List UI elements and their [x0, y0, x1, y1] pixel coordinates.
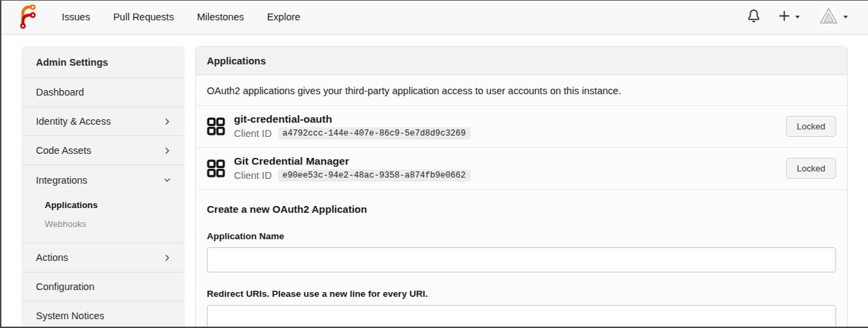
- client-id-label: Client ID: [234, 128, 272, 139]
- client-id-row: Client ID e90ee53c-94e2-48ac-9358-a874fb…: [234, 169, 471, 182]
- app-info: Git Credential Manager Client ID e90ee53…: [234, 155, 471, 182]
- sidebar-group-integrations: Integrations Applications Webhooks: [22, 165, 184, 243]
- oauth-app-row: git-credential-oauth Client ID a4792ccc-…: [207, 106, 836, 147]
- nav-links: Issues Pull Requests Milestones Explore: [50, 0, 312, 34]
- admin-settings-sidebar: Admin Settings Dashboard Identity & Acce…: [22, 46, 184, 328]
- applications-panel: Applications OAuth2 applications gives y…: [195, 46, 848, 328]
- apps-grid-icon: [207, 117, 225, 136]
- app-name: git-credential-oauth: [234, 113, 471, 125]
- client-id-label: Client ID: [234, 170, 272, 181]
- chevron-down-icon: [163, 176, 172, 184]
- user-menu-dropdown[interactable]: [819, 6, 849, 28]
- redirect-uris-textarea[interactable]: [207, 305, 836, 328]
- sidebar-item-code-assets[interactable]: Code Assets: [22, 136, 184, 165]
- divider: [196, 189, 847, 190]
- app-info: git-credential-oauth Client ID a4792ccc-…: [234, 113, 471, 140]
- client-id-value: a4792ccc-144e-407e-86c9-5e7d8d9c3269: [278, 127, 471, 140]
- sidebar-item-integrations[interactable]: Integrations: [22, 165, 184, 194]
- nav-item-issues[interactable]: Issues: [50, 0, 102, 34]
- create-oauth2-heading: Create a new OAuth2 Application: [207, 203, 836, 215]
- chevron-down-icon: [842, 11, 849, 23]
- client-id-value: e90ee53c-94e2-48ac-9358-a874fb9e0662: [278, 169, 471, 182]
- sidebar-item-webhooks[interactable]: Webhooks: [22, 215, 184, 234]
- client-id-row: Client ID a4792ccc-144e-407e-86c9-5e7d8d…: [234, 127, 471, 140]
- sidebar-item-system-notices[interactable]: System Notices: [22, 301, 184, 328]
- integrations-sub-list: Applications Webhooks: [22, 194, 184, 243]
- chevron-right-icon: [163, 253, 172, 262]
- sidebar-item-dashboard[interactable]: Dashboard: [22, 77, 184, 106]
- redirect-uris-label: Redirect URIs. Please use a new line for…: [207, 289, 836, 299]
- forgejo-logo-icon[interactable]: [16, 5, 41, 29]
- chevron-right-icon: [163, 117, 172, 126]
- top-navbar: Issues Pull Requests Milestones Explore: [0, 0, 868, 35]
- application-name-input[interactable]: [207, 247, 836, 272]
- bell-icon: [747, 9, 760, 25]
- sidebar-item-configuration[interactable]: Configuration: [22, 272, 184, 301]
- navbar-right: [747, 6, 849, 28]
- panel-body: OAuth2 applications gives your third-par…: [196, 75, 847, 328]
- plus-icon: [778, 10, 790, 24]
- locked-button[interactable]: Locked: [786, 116, 836, 137]
- avatar: [819, 6, 838, 28]
- locked-button[interactable]: Locked: [786, 158, 836, 179]
- application-name-label: Application Name: [207, 231, 836, 241]
- chevron-right-icon: [163, 146, 172, 155]
- notifications-button[interactable]: [747, 9, 760, 25]
- chevron-down-icon: [794, 11, 801, 23]
- sidebar-item-actions[interactable]: Actions: [22, 243, 184, 272]
- create-new-dropdown[interactable]: [778, 10, 801, 24]
- oauth-app-row: Git Credential Manager Client ID e90ee53…: [207, 148, 836, 189]
- apps-grid-icon: [207, 159, 225, 178]
- nav-item-milestones[interactable]: Milestones: [185, 0, 255, 34]
- nav-item-pull-requests[interactable]: Pull Requests: [102, 0, 185, 34]
- nav-item-explore[interactable]: Explore: [256, 0, 312, 34]
- oauth2-description: OAuth2 applications gives your third-par…: [207, 75, 836, 105]
- app-name: Git Credential Manager: [234, 155, 471, 167]
- panel-title: Applications: [196, 47, 847, 75]
- sidebar-title: Admin Settings: [22, 47, 184, 77]
- sidebar-item-applications[interactable]: Applications: [22, 196, 184, 215]
- sidebar-item-identity-access[interactable]: Identity & Access: [22, 106, 184, 136]
